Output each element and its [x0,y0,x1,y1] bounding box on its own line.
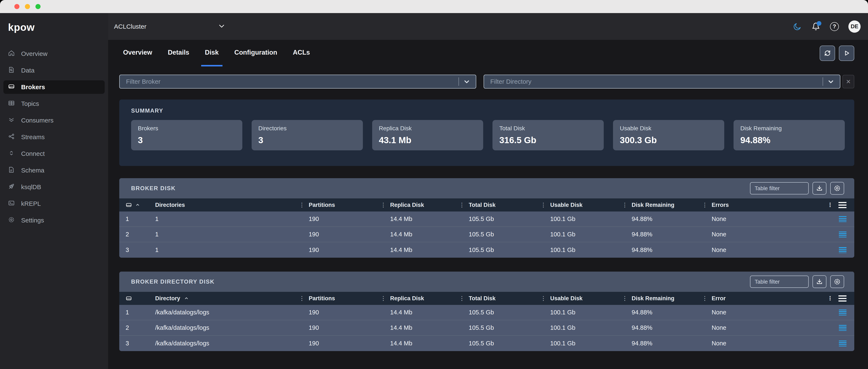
user-avatar[interactable]: DE [848,21,861,33]
help-button[interactable]: ? [830,22,839,31]
table-filter-input[interactable] [750,185,808,192]
sidebar-item-settings[interactable]: Settings [3,213,105,227]
broker-disk-row-2[interactable]: 2 1 190 14.4 Mb 105.5 Gb 100.1 Gb 94.88%… [119,227,854,242]
table-settings-button[interactable] [830,275,844,288]
broker-disk-row-3[interactable]: 3 1 190 14.4 Mb 105.5 Gb 100.1 Gb 94.88%… [119,242,854,258]
chevron-down-icon[interactable] [462,77,471,86]
column-header[interactable]: Directory [155,295,309,302]
sidebar-item-connect[interactable]: Connect [3,147,105,161]
broker-disk-table-filter[interactable] [750,182,809,194]
tab-acls[interactable]: ACLs [289,40,314,66]
summary-cards: Brokers 3 Directories 3 Replica Disk 43.… [131,120,845,150]
sidebar-item-label: Brokers [21,83,45,91]
row-menu-icon[interactable] [839,216,846,222]
broker-column-header[interactable] [126,202,155,208]
zoom-window-button[interactable] [35,4,40,9]
summary-panel: SUMMARY Brokers 3 Directories 3 Replica … [119,100,854,166]
sidebar-item-data[interactable]: Data [3,64,105,77]
refresh-button[interactable] [820,45,835,61]
column-menu-icon[interactable]: ⋮ [380,295,386,302]
download-csv-button[interactable] [812,275,827,288]
column-menu-icon[interactable]: ⋮ [540,295,546,302]
tab-details[interactable]: Details [164,40,193,66]
column-header[interactable]: ⋮Partitions [309,295,390,302]
errors-cell: None [712,231,820,238]
column-menu-icon[interactable]: ⋮ [827,295,833,302]
directory-disk-table-filter[interactable] [750,276,809,288]
row-menu-icon[interactable] [839,325,846,331]
column-header[interactable]: ⋮Total Disk [469,295,550,302]
share-nodes-icon [8,133,15,141]
directory-filter-input[interactable] [484,78,840,85]
broker-id-cell: 1 [126,215,155,223]
download-csv-button[interactable] [812,182,827,195]
dark-mode-toggle[interactable] [793,22,802,31]
broker-directory-disk-panel: BROKER DIRECTORY DISK [119,272,854,351]
column-menu-icon[interactable]: ⋮ [299,295,305,302]
sidebar-item-schema[interactable]: Schema [3,164,105,177]
sidebar-item-ksqldb[interactable]: ksqlDB [3,180,105,194]
disk-remaining-cell: 94.88% [631,215,712,223]
sidebar-item-streams[interactable]: Streams [3,130,105,144]
columns-menu-header[interactable]: ⋮ [820,295,846,302]
row-menu-icon[interactable] [839,247,846,253]
total-disk-cell: 105.5 Gb [469,231,550,238]
column-menu-icon[interactable]: ⋮ [622,202,627,208]
tab-disk[interactable]: Disk [201,40,222,66]
tab-overview[interactable]: Overview [119,40,156,66]
column-menu-icon[interactable]: ⋮ [702,295,708,302]
directory-filter-select[interactable] [484,75,841,89]
play-live-mode-button[interactable] [839,45,854,61]
column-header[interactable]: ⋮Usable Disk [550,202,631,208]
sidebar-item-krepl[interactable]: kREPL [3,197,105,210]
column-header[interactable]: ⋮Disk Remaining [631,295,712,302]
row-menu-icon[interactable] [839,340,846,346]
cluster-selector[interactable]: ACLCluster [114,22,226,31]
column-header[interactable]: ⋮Replica Disk [390,295,469,302]
column-header[interactable]: ⋮Replica Disk [390,202,469,208]
broker-disk-row-1[interactable]: 1 1 190 14.4 Mb 105.5 Gb 100.1 Gb 94.88%… [119,211,854,227]
directory-disk-row-1[interactable]: 1 /kafka/datalogs/logs 190 14.4 Mb 105.5… [119,305,854,320]
columns-list-icon[interactable] [838,202,846,208]
row-menu-icon[interactable] [839,232,846,237]
broker-column-header[interactable] [126,295,155,302]
table-settings-button[interactable] [830,182,844,195]
sidebar-item-label: ksqlDB [21,183,41,191]
column-menu-icon[interactable]: ⋮ [299,202,305,208]
column-header[interactable]: ⋮Total Disk [469,202,550,208]
sidebar-item-consumers[interactable]: Consumers [3,114,105,127]
broker-filter-input[interactable] [120,78,476,85]
column-menu-icon[interactable]: ⋮ [380,202,386,208]
column-header[interactable]: ⋮Usable Disk [550,295,631,302]
close-window-button[interactable] [14,4,20,9]
column-menu-icon[interactable]: ⋮ [827,202,833,208]
broker-filter-select[interactable] [119,75,476,89]
row-menu-icon[interactable] [839,309,846,315]
column-header[interactable]: ⋮Error [712,295,820,302]
columns-menu-header[interactable]: ⋮ [820,202,846,208]
column-menu-icon[interactable]: ⋮ [459,202,465,208]
column-menu-icon[interactable]: ⋮ [702,202,708,208]
sidebar-item-topics[interactable]: Topics [3,97,105,110]
total-disk-cell: 105.5 Gb [469,246,550,254]
table-filter-input[interactable] [750,278,808,285]
tab-configuration[interactable]: Configuration [230,40,281,66]
sidebar-item-overview[interactable]: Overview [3,47,105,61]
clear-filters-button[interactable]: ✕ [842,75,854,88]
chevron-down-icon[interactable] [827,77,835,86]
notifications-button[interactable] [811,22,820,31]
column-menu-icon[interactable]: ⋮ [459,295,465,302]
column-header[interactable]: Directories [155,202,309,208]
sidebar-item-brokers[interactable]: Brokers [3,80,105,94]
column-header[interactable]: ⋮Disk Remaining [631,202,712,208]
usable-disk-cell: 100.1 Gb [550,309,631,316]
directory-disk-row-3[interactable]: 3 /kafka/datalogs/logs 190 14.4 Mb 105.5… [119,336,854,351]
columns-list-icon[interactable] [838,295,846,302]
column-menu-icon[interactable]: ⋮ [622,295,627,302]
usable-disk-cell: 100.1 Gb [550,340,631,347]
directory-disk-row-2[interactable]: 2 /kafka/datalogs/logs 190 14.4 Mb 105.5… [119,320,854,336]
column-menu-icon[interactable]: ⋮ [540,202,546,208]
minimize-window-button[interactable] [25,4,30,9]
column-header[interactable]: ⋮Partitions [309,202,390,208]
column-header[interactable]: ⋮Errors [712,202,820,208]
